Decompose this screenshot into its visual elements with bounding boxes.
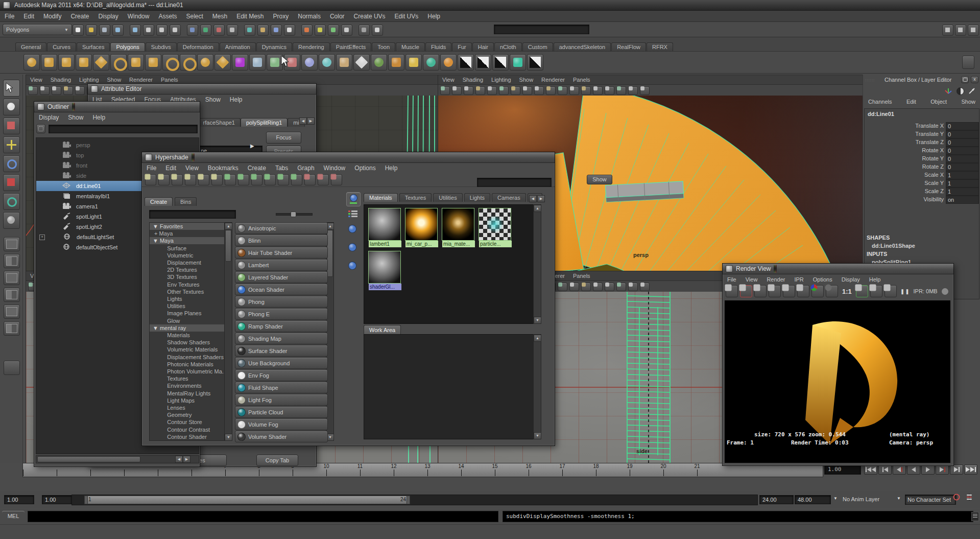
region-render-icon[interactable]: [797, 285, 809, 297]
character-set-dropdown-icon[interactable]: ▼: [897, 496, 901, 501]
toggle-create-panel-icon[interactable]: [145, 174, 156, 185]
connect-selected-icon[interactable]: [225, 174, 236, 185]
render-view-title-bar[interactable]: Render View: [723, 264, 953, 274]
node-display-ball-icon[interactable]: [348, 262, 356, 270]
menu-edit[interactable]: Edit: [19, 12, 39, 21]
pause-ipr-icon[interactable]: ❚❚: [899, 289, 912, 294]
anim-layer-dropdown-icon[interactable]: ▼: [833, 496, 838, 501]
boolean-union-icon[interactable]: [301, 54, 318, 71]
play-backwards-button[interactable]: [907, 464, 920, 475]
output-connections-icon[interactable]: [278, 174, 289, 185]
channel-value-field[interactable]: 1: [946, 188, 979, 196]
browser-tab-utilities[interactable]: Utilities: [433, 193, 462, 202]
camera-attributes-icon[interactable]: [52, 86, 61, 95]
shelf-tab-painteffects[interactable]: PaintEffects: [330, 42, 372, 51]
outliner-title-bar[interactable]: Outliner: [34, 102, 200, 112]
selection-mode-selector[interactable]: Polygons▼: [3, 24, 72, 35]
shader-light-fog[interactable]: Light Fog: [235, 394, 328, 406]
grid-icon[interactable]: [522, 86, 532, 95]
panel-menu-show[interactable]: Show: [103, 76, 126, 83]
shelf-tab-rendering[interactable]: Rendering: [293, 42, 330, 51]
browser-tabs-scroll-right-icon[interactable]: ▶: [537, 195, 545, 202]
outliner-frame-icon[interactable]: [36, 124, 45, 133]
select-camera-icon[interactable]: [28, 86, 38, 95]
node-display-ball-icon[interactable]: [348, 225, 356, 233]
medium-swatches-icon[interactable]: [211, 174, 223, 185]
render-view-window[interactable]: Render View FileViewRenderIPROptionsDisp…: [722, 263, 954, 466]
film-gate-icon[interactable]: [534, 86, 544, 95]
select-camera-icon[interactable]: [440, 86, 450, 95]
panel-menu-shading[interactable]: Shading: [46, 76, 75, 83]
menu-modify[interactable]: Modify: [39, 12, 66, 21]
scale-tool-icon[interactable]: [3, 174, 20, 191]
frame-all-icon[interactable]: [331, 174, 342, 185]
tree-node-photon-volumetric-ma-[interactable]: Photon Volumetric Ma...: [150, 368, 225, 375]
shader-shading-map[interactable]: Shading Map: [235, 333, 328, 344]
numeric-input-field[interactable]: [494, 25, 589, 34]
tree-node-lenses[interactable]: Lenses: [150, 404, 225, 411]
textured-mode-icon[interactable]: [628, 86, 638, 95]
hypershade-menu-create[interactable]: Create: [243, 163, 271, 173]
panel-menu-panels[interactable]: Panels: [157, 76, 182, 83]
create-filter-field[interactable]: [149, 210, 236, 219]
close-light[interactable]: [776, 265, 777, 273]
tree-node-2d-textures[interactable]: 2D Textures: [150, 266, 225, 273]
top-tabs-only-icon[interactable]: [185, 174, 196, 185]
camera-attributes-icon[interactable]: [464, 86, 473, 95]
browser-tab-textures[interactable]: Textures: [399, 193, 432, 202]
poly-cone-icon[interactable]: [76, 54, 92, 71]
render-current-frame-icon[interactable]: [726, 285, 738, 297]
tree-node-env-textures[interactable]: Env Textures: [150, 281, 225, 288]
swatch-size-slider[interactable]: [276, 213, 313, 216]
poly-pipe-icon[interactable]: [162, 54, 179, 71]
open-scene-icon[interactable]: [86, 25, 97, 36]
shader-ramp-shader[interactable]: Ramp Shader: [235, 320, 328, 332]
channel-box-menu-show[interactable]: Show: [960, 98, 976, 106]
channel-value-field[interactable]: 1: [946, 179, 979, 188]
2d-pan-zoom-icon[interactable]: [499, 86, 509, 95]
render-image-area[interactable]: size: 720 x 576 zoom: 0.544 (mental ray)…: [725, 300, 950, 463]
shelf-tab-animation[interactable]: Animation: [220, 42, 256, 51]
shelf-menu-icon[interactable]: [962, 56, 974, 69]
open-render-view-icon[interactable]: [271, 25, 282, 36]
tabs-scroll-right-icon[interactable]: ▶: [307, 118, 315, 125]
tree-node-volumetric[interactable]: Volumetric: [150, 252, 225, 259]
channel-box-menu-object[interactable]: Object: [929, 98, 948, 106]
animation-end-field[interactable]: 48.00: [795, 495, 831, 504]
poly-helix-icon[interactable]: [180, 54, 196, 71]
textured-mode-icon[interactable]: [628, 283, 638, 291]
current-time-field[interactable]: 1.00: [824, 464, 861, 475]
hypershade-menu-edit[interactable]: Edit: [161, 163, 181, 173]
universal-manipulator-icon[interactable]: [3, 193, 20, 210]
ipr-stop-icon[interactable]: [942, 288, 948, 295]
select-by-object-icon[interactable]: [156, 25, 168, 36]
tree-node-mentalray-lights[interactable]: MentalRay Lights: [150, 390, 225, 397]
show-grid-icon[interactable]: [942, 25, 953, 36]
step-back-frame-button[interactable]: [893, 464, 906, 475]
poly-pyramid-icon[interactable]: [145, 54, 161, 71]
panel-menu-lighting[interactable]: Lighting: [487, 76, 515, 83]
menu-mesh[interactable]: Mesh: [208, 12, 232, 21]
step-forward-frame-button[interactable]: [936, 464, 949, 475]
render-settings-icon[interactable]: [315, 25, 326, 36]
outliner-filter-field[interactable]: [49, 125, 198, 133]
lock-camera-icon[interactable]: [40, 86, 50, 95]
tree-node-maya[interactable]: + Maya: [150, 230, 225, 237]
swatch-scrollbar[interactable]: ▲ ▼: [533, 204, 541, 324]
shader-anisotropic[interactable]: Anisotropic: [235, 222, 328, 234]
material-swatch-mia-mate-[interactable]: mia_mate...: [442, 208, 474, 248]
hypershade-title-bar[interactable]: Hypershade: [142, 152, 555, 163]
tree-node-materials[interactable]: Materials: [150, 332, 225, 339]
bookmarks-icon[interactable]: [475, 86, 485, 95]
hypershade-menu-file[interactable]: File: [142, 163, 161, 173]
rearrange-graph-icon[interactable]: [318, 174, 329, 185]
graph-materials-icon[interactable]: [238, 174, 249, 185]
persp-only-layout-icon[interactable]: [4, 321, 20, 336]
wireframe-mode-icon[interactable]: [605, 86, 614, 95]
play-forwards-button[interactable]: [921, 464, 935, 475]
render-view-menu-view[interactable]: View: [741, 275, 762, 284]
hypershade-persp-layout-icon[interactable]: [4, 304, 20, 319]
input-output-connections-icon[interactable]: [291, 174, 302, 185]
tree-node-textures[interactable]: Textures: [150, 375, 225, 382]
rotate-tool-icon[interactable]: [3, 155, 20, 172]
